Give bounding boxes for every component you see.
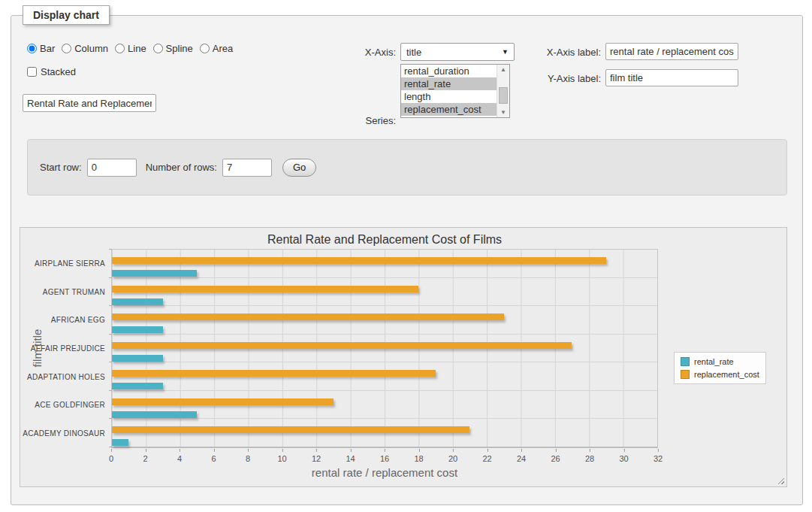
x-tick-label: 14 [346,454,355,463]
chart-title-input[interactable] [23,94,156,112]
dropdown-arrow-icon: ▼ [502,48,509,56]
chart-type-option-spline[interactable]: Spline [153,43,193,54]
legend-label: rental_rate [694,357,734,366]
series-field-label: Series: [334,115,396,126]
bar-rental_rate [112,383,163,389]
legend-item-rental_rate: rental_rate [681,357,759,366]
chart-type-label: Line [128,43,146,54]
legend-label: replacement_cost [694,370,759,379]
chart-row: AFRICAN EGG [112,306,657,335]
plot-area: AIRPLANE SIERRAAGENT TRUMANAFRICAN EGGAF… [111,249,658,448]
series-list-items: rental_durationrental_ratelengthreplacem… [401,65,497,117]
x-tick-label: 28 [585,454,594,463]
x-tick-label: 0 [109,454,113,463]
number-of-rows-label: Number of rows: [146,162,217,173]
chart-type-label: Bar [40,43,55,54]
start-row-input[interactable] [87,159,137,177]
resize-handle-icon[interactable] [777,477,784,484]
bar-replacement_cost [112,370,436,377]
chart-type-radio-line[interactable] [115,44,125,53]
x-tick-label: 4 [177,454,182,463]
chart-type-option-bar[interactable]: Bar [27,43,55,54]
chart-type-radio-group: BarColumnLineSplineArea [27,43,233,54]
chart-type-option-area[interactable]: Area [200,43,233,54]
series-option-rental_duration[interactable]: rental_duration [401,65,497,77]
x-axis-ticks: 02468101214161820222426283032 [111,448,658,466]
bar-rental_rate [112,439,128,446]
chart-type-radio-column[interactable] [62,44,71,53]
category-label: ACE GOLDFINGER [35,401,105,409]
bar-replacement_cost [112,286,418,292]
display-chart-fieldset: Display chart BarColumnLineSplineArea St… [11,15,803,505]
series-option-replacement_cost[interactable]: replacement_cost [401,103,497,116]
chart-type-option-column[interactable]: Column [62,43,108,54]
x-axis-label-input[interactable] [605,43,738,60]
chart-legend: rental_ratereplacement_cost [674,352,766,384]
stacked-checkbox[interactable] [27,67,37,77]
x-axis-field-label: X-Axis: [334,47,396,58]
x-tick-label: 8 [246,454,250,463]
chart-type-radio-area[interactable] [200,44,210,53]
x-tick-label: 20 [448,454,457,463]
bar-replacement_cost [112,257,606,264]
bar-rental_rate [112,326,163,333]
scroll-up-icon[interactable]: ▲ [497,66,509,73]
x-tick-label: 18 [414,454,423,463]
x-tick-label: 2 [143,454,147,463]
x-tick-label: 24 [517,454,526,463]
chart-row: ACADEMY DINOSAUR [112,419,657,447]
chart-type-label: Spline [166,43,193,54]
chart-row: ADAPTATION HOLES [112,362,657,391]
series-option-length[interactable]: length [401,90,497,103]
category-label: AGENT TRUMAN [43,287,105,295]
x-tick-label: 6 [211,454,216,463]
series-scrollbar[interactable]: ▲ ▼ [497,65,509,117]
bar-replacement_cost [112,398,334,405]
x-axis-label-field-label: X-Axis label: [516,47,601,58]
series-listbox[interactable]: rental_durationrental_ratelengthreplacem… [400,64,510,118]
legend-item-replacement_cost: replacement_cost [681,370,759,379]
legend-swatch [681,370,690,379]
series-option-rental_rate[interactable]: rental_rate [401,77,497,90]
chart-row: AIRPLANE SIERRA [112,250,657,278]
stacked-label: Stacked [41,66,76,77]
bar-rental_rate [112,270,197,277]
category-label: AIRPLANE SIERRA [35,259,105,268]
x-tick-label: 30 [619,454,628,463]
chart-type-option-line[interactable]: Line [115,43,146,54]
chart-type-label: Area [213,43,233,54]
legend-swatch [681,357,690,366]
y-axis-label-field-label: Y-Axis label: [516,73,601,84]
scrollbar-thumb[interactable] [499,87,508,104]
x-axis-select[interactable]: title ▼ [400,43,515,61]
bar-replacement_cost [112,314,504,320]
x-tick-label: 26 [551,454,560,463]
page: Display chart BarColumnLineSplineArea St… [0,0,812,512]
x-tick-label: 10 [277,454,286,463]
bar-replacement_cost [112,342,572,349]
stacked-option[interactable]: Stacked [27,66,76,77]
number-of-rows-input[interactable] [222,159,272,177]
chart-container: Rental Rate and Replacement Cost of Film… [20,227,787,487]
x-tick-label: 12 [312,454,321,463]
category-label: ACADEMY DINOSAUR [23,429,105,437]
row-controls-band: Start row: Number of rows: Go [27,139,787,195]
chart-row: AGENT TRUMAN [112,278,657,307]
chart-type-radio-spline[interactable] [153,44,163,53]
category-label: ADAPTATION HOLES [27,372,105,380]
chart-row: ACE GOLDFINGER [112,391,657,420]
chart-title: Rental Rate and Replacement Cost of Film… [111,233,658,247]
x-axis-selected-value: title [406,47,421,58]
y-axis-label-input[interactable] [605,69,738,86]
bar-replacement_cost [112,426,469,433]
chart-x-axis-title: rental rate / replacement cost [111,466,658,479]
scroll-down-icon[interactable]: ▼ [497,109,509,116]
category-label: AFFAIR PREJUDICE [31,344,105,353]
chart-row: AFFAIR PREJUDICE [112,335,657,363]
category-label: AFRICAN EGG [51,316,105,324]
fieldset-legend: Display chart [23,5,110,25]
x-tick-label: 32 [654,454,663,463]
go-button[interactable]: Go [282,159,316,177]
chart-type-radio-bar[interactable] [27,44,37,53]
start-row-label: Start row: [40,162,82,173]
